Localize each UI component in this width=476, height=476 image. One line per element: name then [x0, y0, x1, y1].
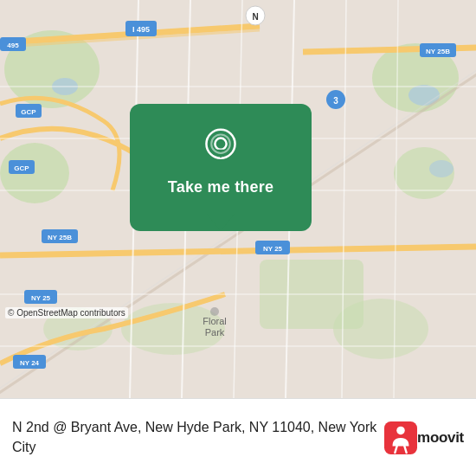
svg-text:NY 25B: NY 25B [426, 48, 450, 55]
svg-text:Park: Park [205, 327, 225, 338]
svg-point-59 [396, 426, 405, 434]
svg-text:NY 25: NY 25 [263, 245, 283, 253]
svg-text:3: 3 [333, 96, 338, 106]
bottom-location-text: N 2nd @ Bryant Ave, New Hyde Park, NY 11… [12, 418, 384, 457]
moovit-logo: moovit [384, 421, 464, 454]
moovit-brand-icon [384, 421, 417, 454]
svg-text:NY 24: NY 24 [20, 359, 40, 367]
callout-popup[interactable]: Take me there [130, 104, 312, 231]
svg-text:NY 25B: NY 25B [48, 234, 72, 241]
svg-text:GCP: GCP [14, 164, 29, 172]
bottom-bar: N 2nd @ Bryant Ave, New Hyde Park, NY 11… [0, 398, 476, 476]
callout-label: Take me there [168, 178, 273, 202]
svg-point-53 [210, 307, 219, 316]
svg-text:GCP: GCP [21, 108, 36, 116]
moovit-logo-text: moovit [417, 429, 464, 447]
svg-point-8 [333, 299, 428, 359]
map-container: I 495 GCP GCP 495 N NY 25B 3 NY 25 NY 25… [0, 0, 476, 398]
svg-text:NY 25: NY 25 [31, 294, 51, 302]
location-pin-icon [200, 128, 241, 170]
svg-text:I 495: I 495 [132, 25, 150, 34]
svg-text:Floral: Floral [203, 316, 227, 326]
location-name: N 2nd @ Bryant Ave, New Hyde Park, NY 11… [12, 420, 376, 453]
svg-point-11 [429, 160, 453, 177]
svg-text:N: N [252, 12, 258, 22]
svg-text:495: 495 [7, 42, 19, 49]
map-attribution: © OpenStreetMap contributors [5, 307, 128, 318]
